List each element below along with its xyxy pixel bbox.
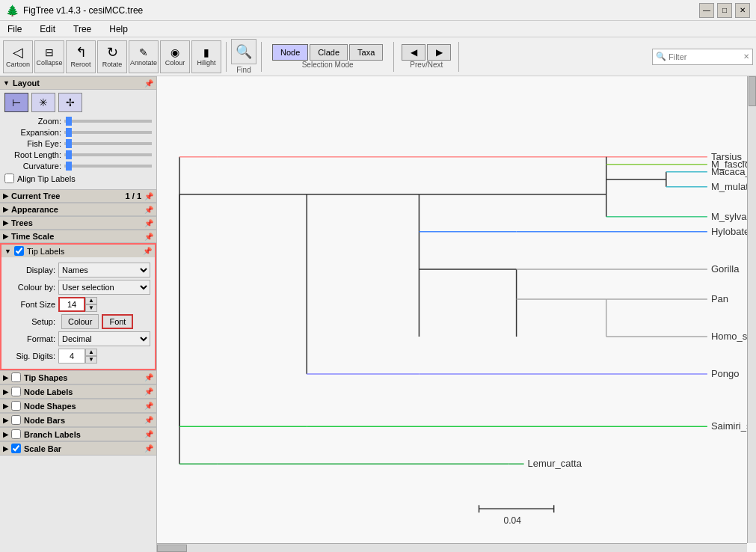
close-button[interactable]: ✕ — [735, 3, 750, 18]
zoom-slider[interactable] — [64, 120, 152, 123]
time-scale-section-header[interactable]: ▶ Time Scale 📌 — [0, 230, 156, 243]
taxon-lemur: Lemur_catta — [528, 458, 583, 469]
align-tip-labels-checkbox[interactable] — [4, 174, 14, 183]
sig-digits-up-button[interactable]: ▲ — [85, 349, 97, 356]
root-length-slider[interactable] — [64, 153, 152, 156]
zoom-label: Zoom: — [4, 117, 64, 126]
layout-section-header[interactable]: ▼ Layout 📌 — [0, 76, 156, 90]
tip-labels-triangle-icon: ▼ — [4, 248, 11, 255]
trees-pin-icon[interactable]: 📌 — [144, 219, 153, 227]
colour-by-select[interactable]: User selection None — [58, 280, 150, 295]
toolbar: ◁ Cartoon ⊟ Collapse ↰ Reroot ↻ Rotate ✎… — [0, 37, 756, 76]
collapse-label: Collapse — [36, 59, 62, 67]
appearance-section-header[interactable]: ▶ Appearance 📌 — [0, 203, 156, 216]
sig-digits-input[interactable] — [58, 349, 85, 364]
taxa-button[interactable]: Taxa — [349, 44, 383, 61]
font-size-up-button[interactable]: ▲ — [85, 297, 97, 304]
current-tree-pin-icon[interactable]: 📌 — [144, 192, 153, 200]
tip-shapes-pin-icon[interactable]: 📌 — [144, 373, 153, 381]
node-shapes-header[interactable]: ▶ Node Shapes 📌 — [0, 399, 156, 413]
tip-labels-header-label: Tip Labels — [27, 247, 64, 256]
scale-bar-triangle-icon: ▶ — [3, 445, 8, 453]
font-size-input[interactable] — [58, 297, 85, 312]
radial-tree-button[interactable]: ✳ — [31, 93, 55, 112]
menu-edit[interactable]: Edit — [35, 22, 60, 36]
minimize-button[interactable]: — — [699, 3, 714, 18]
node-shapes-pin-icon[interactable]: 📌 — [144, 402, 153, 410]
filter-box[interactable]: 🔍 ✕ — [652, 49, 753, 65]
next-button[interactable]: ▶ — [427, 44, 451, 61]
branch-labels-pin-icon[interactable]: 📌 — [144, 430, 153, 438]
annotate-button[interactable]: ✎ Annotate — [129, 40, 159, 73]
setup-row: Setup: Colour Font — [6, 314, 150, 329]
node-labels-header[interactable]: ▶ Node Labels 📌 — [0, 384, 156, 399]
branch-labels-checkbox[interactable] — [11, 429, 21, 439]
font-size-down-button[interactable]: ▼ — [85, 304, 97, 312]
layout-pin-icon[interactable]: 📌 — [144, 79, 153, 88]
reroot-icon: ↰ — [76, 46, 87, 59]
vertical-scrollbar[interactable] — [747, 76, 756, 543]
polar-tree-button[interactable]: ✢ — [58, 93, 82, 112]
tip-labels-pin-icon[interactable]: 📌 — [143, 247, 152, 255]
menu-bar: File Edit Tree Help — [0, 21, 756, 37]
display-label: Display: — [6, 266, 58, 275]
expansion-slider[interactable] — [64, 131, 152, 134]
collapse-button[interactable]: ⊟ Collapse — [34, 40, 64, 73]
node-bars-pin-icon[interactable]: 📌 — [144, 416, 153, 424]
time-scale-pin-icon[interactable]: 📌 — [144, 233, 153, 241]
menu-file[interactable]: File — [3, 22, 26, 36]
rotate-label: Rotate — [102, 61, 123, 68]
tip-shapes-label: Tip Shapes — [24, 373, 67, 382]
prev-button[interactable]: ◀ — [402, 44, 425, 61]
sig-digits-down-button[interactable]: ▼ — [85, 356, 97, 364]
tip-labels-header[interactable]: ▼ Tip Labels 📌 — [1, 245, 155, 257]
colour-button[interactable]: ◉ Colour — [160, 40, 190, 73]
font-size-row: Font Size ▲ ▼ — [6, 297, 150, 312]
reroot-button[interactable]: ↰ Reroot — [66, 40, 96, 73]
branch-labels-header[interactable]: ▶ Branch Labels 📌 — [0, 427, 156, 441]
appearance-pin-icon[interactable]: 📌 — [144, 206, 153, 214]
tip-labels-content: Display: Names Labels Colour by: User se… — [1, 257, 155, 369]
scale-bar-pin-icon[interactable]: 📌 — [144, 444, 153, 453]
layout-header-label: Layout — [13, 79, 40, 88]
node-button[interactable]: Node — [272, 44, 308, 61]
node-shapes-checkbox[interactable] — [11, 401, 21, 411]
curvature-slider[interactable] — [64, 165, 152, 168]
maximize-button[interactable]: □ — [717, 3, 732, 18]
layout-content: ⊢ ✳ ✢ Zoom: Expansion: Fish Eye: — [0, 90, 156, 189]
colour-by-row: Colour by: User selection None — [6, 280, 150, 295]
fish-eye-row: Fish Eye: — [4, 139, 152, 148]
scale-bar-checkbox[interactable] — [11, 444, 21, 453]
node-labels-checkbox[interactable] — [11, 387, 21, 396]
filter-clear-icon[interactable]: ✕ — [743, 52, 749, 61]
trees-section-header[interactable]: ▶ Trees 📌 — [0, 216, 156, 230]
cartoon-button[interactable]: ◁ Cartoon — [3, 40, 33, 73]
display-select[interactable]: Names Labels — [58, 263, 150, 277]
font-button[interactable]: Font — [102, 314, 133, 329]
app-icon: 🌲 — [6, 4, 19, 16]
tip-shapes-checkbox[interactable] — [11, 372, 21, 382]
horizontal-scrollbar[interactable] — [157, 543, 747, 552]
appearance-header-label: Appearance — [11, 205, 58, 214]
find-button[interactable]: 🔍 — [231, 39, 256, 64]
filter-input[interactable] — [669, 52, 743, 61]
current-tree-section-header[interactable]: ▶ Current Tree 1 / 1 📌 — [0, 189, 156, 203]
node-labels-pin-icon[interactable]: 📌 — [144, 387, 153, 396]
format-select[interactable]: Decimal Scientific — [58, 331, 150, 346]
tip-labels-checkbox[interactable] — [14, 246, 24, 256]
prev-next: ◀ ▶ Prev/Next — [402, 44, 451, 69]
node-bars-header[interactable]: ▶ Node Bars 📌 — [0, 413, 156, 427]
tip-shapes-header[interactable]: ▶ Tip Shapes 📌 — [0, 370, 156, 384]
clade-button[interactable]: Clade — [310, 44, 348, 61]
layout-triangle-icon: ▼ — [3, 79, 10, 87]
menu-help[interactable]: Help — [105, 22, 132, 36]
rectangular-tree-button[interactable]: ⊢ — [4, 93, 28, 112]
node-bars-checkbox[interactable] — [11, 415, 21, 425]
menu-tree[interactable]: Tree — [69, 22, 96, 36]
display-row: Display: Names Labels — [6, 263, 150, 277]
fish-eye-slider[interactable] — [64, 142, 152, 145]
scale-bar-header[interactable]: ▶ Scale Bar 📌 — [0, 441, 156, 456]
colour-button-setup[interactable]: Colour — [61, 314, 99, 329]
hilight-button[interactable]: ▮ Hilight — [191, 40, 221, 73]
rotate-button[interactable]: ↻ Rotate — [97, 40, 127, 73]
